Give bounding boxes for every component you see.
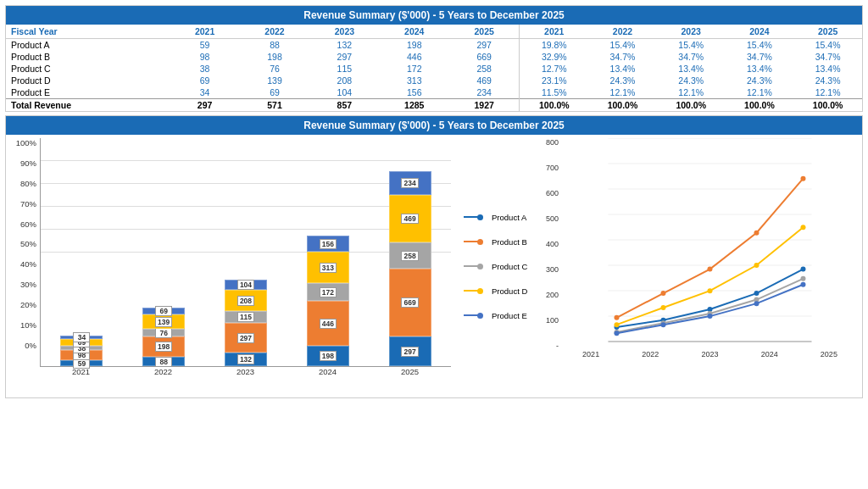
- svg-point-13: [754, 291, 760, 296]
- bar-x-labels: 20212022202320242025: [40, 367, 451, 376]
- legend-item: Product E: [464, 311, 536, 320]
- line-x-label: 2021: [582, 350, 599, 358]
- bar-chart-area: 100%90%80%70%60%50%40%30%20%10%0% 599838…: [9, 138, 451, 394]
- bar-group: 132297115208104: [220, 280, 271, 366]
- bar-x-label: 2022: [154, 367, 172, 376]
- line-x-labels: 20212022202320242025: [561, 350, 859, 358]
- legend-item: Product A: [464, 213, 536, 222]
- svg-point-27: [708, 288, 713, 293]
- top-table-title: Revenue Summary ($'000) - 5 Years to Dec…: [6, 6, 862, 25]
- line-chart-y-axis: 800700600500400300200100-: [536, 138, 859, 350]
- svg-point-19: [801, 176, 806, 181]
- line-chart-area: Product A Product B Product C Product D …: [451, 138, 859, 394]
- svg-point-16: [661, 291, 666, 296]
- pct-2025-header: 2025: [793, 25, 862, 39]
- revenue-table: Fiscal Year 2021 2022 2023 2024 2025 Pro…: [6, 25, 519, 111]
- svg-point-31: [661, 322, 666, 327]
- bar-y-axis: 100%90%80%70%60%50%40%30%20%10%0%: [9, 138, 40, 367]
- svg-point-25: [615, 322, 620, 327]
- bars-area: 5998386934881987613969132297115208104198…: [40, 138, 451, 367]
- line-x-label: 2023: [701, 350, 718, 358]
- year-2025-header: 2025: [449, 25, 519, 39]
- bar-group: 198446172313156: [303, 236, 353, 366]
- bar-chart-inner: 100%90%80%70%60%50%40%30%20%10%0% 599838…: [9, 138, 451, 367]
- pct-2021-header: 2021: [520, 25, 588, 39]
- line-y-labels: 800700600500400300200100-: [536, 138, 561, 350]
- legend-item: Product B: [464, 237, 536, 247]
- svg-point-14: [801, 267, 806, 272]
- svg-point-24: [801, 276, 806, 281]
- legend-area: Product A Product B Product C Product D …: [459, 138, 536, 394]
- pct-2022-header: 2022: [588, 25, 657, 39]
- line-x-label: 2025: [821, 350, 837, 358]
- year-2024-header: 2024: [380, 25, 449, 39]
- svg-point-26: [661, 305, 666, 310]
- year-2021-header: 2021: [170, 25, 239, 39]
- svg-point-33: [754, 301, 760, 306]
- svg-point-29: [801, 225, 806, 230]
- bottom-section: Revenue Summary ($'000) - 5 Years to Dec…: [5, 115, 863, 398]
- bar-group: 881987613969: [138, 308, 189, 366]
- svg-point-32: [708, 314, 713, 319]
- svg-point-17: [708, 267, 713, 272]
- bottom-chart-title: Revenue Summary ($'000) - 5 Years to Dec…: [6, 116, 862, 135]
- line-chart-svg-area: 800700600500400300200100- 20212022202320…: [536, 138, 859, 394]
- svg-point-15: [615, 315, 620, 320]
- fiscal-year-header: Fiscal Year: [6, 25, 170, 39]
- legend-item: Product C: [464, 262, 536, 271]
- svg-point-34: [801, 282, 806, 287]
- bar-x-label: 2023: [236, 367, 254, 376]
- top-section: Revenue Summary ($'000) - 5 Years to Dec…: [5, 5, 863, 112]
- svg-point-28: [754, 263, 760, 268]
- bar-x-label: 2021: [72, 367, 90, 376]
- bar-group: 5998386934: [56, 336, 107, 366]
- year-2022-header: 2022: [240, 25, 309, 39]
- line-x-label: 2022: [642, 350, 659, 358]
- svg-point-30: [615, 331, 620, 336]
- line-chart-svg: [561, 138, 859, 350]
- bar-x-label: 2024: [319, 367, 337, 376]
- line-x-label: 2024: [761, 350, 778, 358]
- svg-point-18: [754, 231, 760, 236]
- charts-container: 100%90%80%70%60%50%40%30%20%10%0% 599838…: [6, 135, 862, 397]
- pct-table: 2021 2022 2023 2024 2025 19.8%15.4%15.4%…: [520, 25, 862, 111]
- year-2023-header: 2023: [309, 25, 379, 39]
- table-wrapper: Fiscal Year 2021 2022 2023 2024 2025 Pro…: [6, 25, 862, 111]
- bar-group: 297669258469234: [385, 171, 436, 366]
- bar-x-label: 2025: [401, 367, 419, 376]
- main-container: Revenue Summary ($'000) - 5 Years to Dec…: [0, 0, 868, 489]
- legend-item: Product D: [464, 286, 536, 296]
- pct-2023-header: 2023: [657, 25, 726, 39]
- pct-2024-header: 2024: [726, 25, 794, 39]
